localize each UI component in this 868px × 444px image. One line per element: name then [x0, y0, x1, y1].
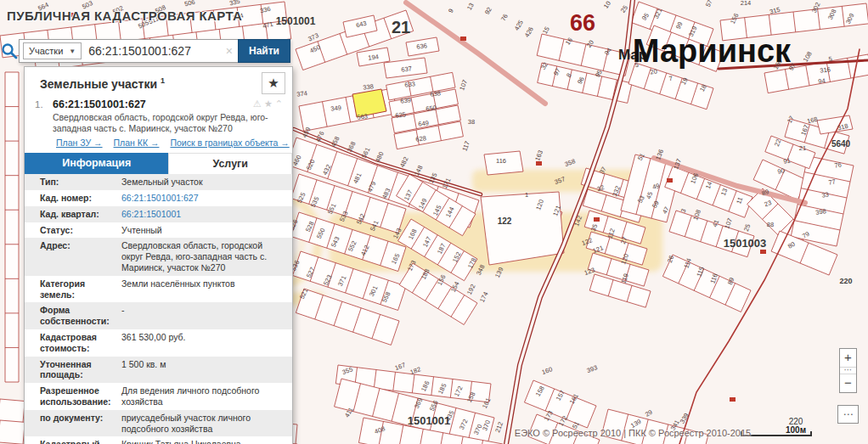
search-input[interactable] — [82, 44, 221, 58]
table-row: Адрес:Свердловская область, городской ок… — [25, 238, 292, 275]
svg-text:76: 76 — [834, 160, 843, 169]
object-link-2[interactable]: Поиск в границах объекта → — [170, 138, 289, 148]
item-links: План ЗУ →План КК →Поиск в границах объек… — [56, 138, 285, 148]
row-value: 1 500 кв. м — [121, 359, 285, 381]
panel-tabs: Информация Услуги — [25, 153, 292, 174]
map-label: 66 — [570, 10, 595, 36]
list-item[interactable]: 1. 66:21:1501001:627 ⚠★⌃ Свердловская об… — [25, 98, 292, 148]
svg-text:338: 338 — [363, 82, 375, 92]
svg-text:349: 349 — [330, 104, 342, 113]
map-label: 1501001 — [276, 15, 316, 27]
parcel-attributes-table: Тип:Земельный участокКад. номер:66:21:15… — [25, 174, 292, 444]
table-row: Статус:Учтенный — [25, 222, 292, 239]
svg-text:316: 316 — [820, 65, 831, 75]
object-link-1[interactable]: План КК → — [114, 138, 160, 148]
map-label: 5640 — [831, 139, 851, 149]
more-tools-button[interactable]: ⋯ — [837, 405, 859, 424]
map-label: Мариинск — [633, 33, 792, 69]
svg-text:638: 638 — [430, 89, 442, 98]
svg-text:639: 639 — [400, 96, 412, 105]
svg-text:38: 38 — [468, 118, 475, 126]
svg-text:194: 194 — [368, 53, 380, 62]
row-label: Уточненная площадь: — [40, 359, 121, 381]
row-value: приусадебный участок личного подсобного … — [121, 413, 285, 435]
search-category-label: Участки — [29, 46, 63, 56]
object-link-0[interactable]: План ЗУ → — [56, 138, 103, 148]
row-label: Разрешенное использование: — [40, 385, 121, 407]
svg-text:1: 1 — [525, 191, 528, 199]
map-attribution: ЕЭКО © Росреестр 2010 | ПКК © Росреестр … — [471, 428, 794, 438]
search-submit-button[interactable]: Найти — [238, 39, 290, 63]
svg-text:91: 91 — [783, 156, 792, 165]
item-status-icons: ⚠★⌃ — [253, 98, 285, 110]
row-label: Форма собственности: — [40, 305, 121, 327]
svg-text:33: 33 — [821, 190, 830, 199]
row-label: Кадастровый инженер: — [40, 439, 121, 444]
table-row: Категория земель:Земли населённых пункто… — [25, 276, 292, 303]
table-row: Кадастровая стоимость:361 530,00 руб. — [25, 329, 292, 357]
tab-information[interactable]: Информация — [25, 153, 168, 174]
clear-search-icon[interactable]: × — [221, 44, 238, 58]
panel-title: Земельные участки 1 — [40, 76, 165, 91]
search-bar: Участки ▼ × Найти — [19, 39, 290, 63]
row-value: Крищик Татьяна Николаевна — [121, 439, 285, 444]
svg-text:94: 94 — [818, 76, 826, 85]
row-value: Учтенный — [121, 225, 285, 236]
row-value: - — [121, 305, 285, 327]
zoom-drag-handle[interactable]: ⋯ — [840, 367, 856, 374]
row-value: Для ведения личного подсобного хозяйства — [121, 385, 285, 407]
row-label: Кадастровая стоимость: — [40, 332, 121, 354]
item-index: 1. — [35, 98, 53, 110]
row-label: Статус: — [40, 225, 121, 236]
row-value[interactable]: 66:21:1501001 — [121, 209, 285, 220]
map-label: 1501003 — [724, 237, 767, 250]
chevron-down-icon: ▼ — [69, 48, 76, 55]
table-row: Кадастровый инженер:Крищик Татьяна Никол… — [25, 436, 292, 444]
svg-text:21: 21 — [799, 144, 806, 152]
svg-text:625: 625 — [395, 110, 407, 120]
svg-text:90: 90 — [777, 166, 786, 175]
map-zoom-control: + ⋯ − — [839, 348, 857, 393]
warning-icon: ⚠ — [253, 98, 264, 109]
panel-header: Земельные участки 1 ★ — [25, 67, 292, 98]
item-description: Свердловская область, городской округ Ре… — [53, 112, 269, 134]
svg-text:77: 77 — [828, 177, 837, 186]
map-label: 122 — [498, 216, 512, 226]
svg-text:636: 636 — [416, 42, 428, 51]
favorites-button[interactable]: ★ — [262, 72, 285, 94]
row-value: Свердловская область, городской округ Ре… — [121, 240, 285, 273]
row-label: Кад. номер: — [40, 193, 121, 204]
app-window: 5645035025055115085063353343364713734506… — [0, 0, 868, 444]
row-label: Тип: — [40, 177, 121, 188]
row-value: 361 530,00 руб. — [121, 332, 285, 354]
app-title: ПУБЛИЧНАЯ КАДАСТРОВАЯ КАРТА — [7, 8, 242, 23]
row-value[interactable]: 66:21:1501001:627 — [121, 193, 285, 204]
panel-title-text: Земельные участки — [40, 76, 157, 90]
svg-text:214: 214 — [741, 0, 752, 7]
svg-text:637: 637 — [401, 65, 413, 74]
zoom-in-button[interactable]: + — [840, 349, 856, 367]
row-value: Земельный участок — [121, 177, 285, 188]
result-count: 1 — [161, 76, 165, 85]
svg-text:628: 628 — [415, 134, 427, 143]
row-label: Категория земель: — [40, 278, 121, 301]
table-row: Форма собственности:- — [25, 302, 292, 329]
table-row: Кад. номер:66:21:1501001:627 — [25, 190, 292, 206]
map-label: 21 — [392, 18, 410, 37]
row-label: по документу: — [40, 413, 121, 435]
search-icon — [1, 42, 18, 59]
map-label: 1501001 — [408, 414, 451, 427]
tab-services[interactable]: Услуги — [168, 153, 292, 174]
search-category-dropdown[interactable]: Участки ▼ — [23, 42, 82, 59]
svg-text:649: 649 — [418, 119, 430, 128]
row-label: Кад. квартал: — [40, 209, 121, 220]
table-row: Кад. квартал:66:21:1501001 — [25, 206, 292, 222]
zoom-out-button[interactable]: − — [840, 374, 856, 392]
collapse-icon[interactable]: ⌃ — [275, 98, 285, 109]
star-icon[interactable]: ★ — [264, 98, 275, 109]
map-label: 220 — [839, 277, 852, 285]
table-row: Уточненная площадь:1 500 кв. м — [25, 357, 292, 384]
svg-text:650: 650 — [426, 104, 437, 113]
parcel-info-panel: Земельные участки 1 ★ 1. 66:21:1501001:6… — [24, 66, 293, 444]
svg-text:633: 633 — [404, 80, 416, 89]
